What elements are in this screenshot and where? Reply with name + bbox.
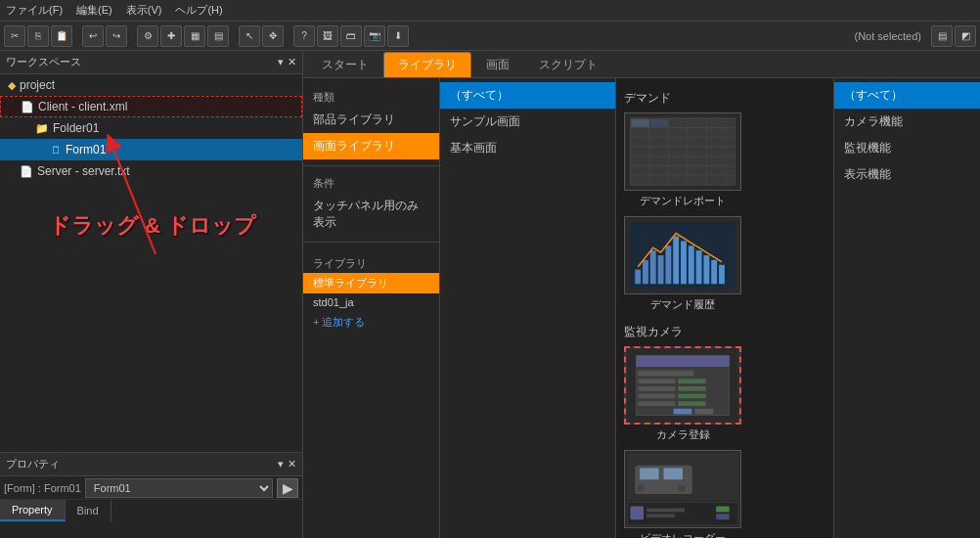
workspace-header: ワークスペース ▾ ✕ <box>0 51 302 74</box>
svg-rect-55 <box>646 514 675 517</box>
svg-rect-19 <box>635 270 641 285</box>
items-panel: デマンド <box>616 78 833 538</box>
tb-cursor[interactable]: ↖ <box>239 25 260 47</box>
svg-rect-24 <box>673 237 679 285</box>
rf-monitor[interactable]: 監視機能 <box>834 135 980 161</box>
menu-help[interactable]: ヘルプ(H) <box>175 3 222 18</box>
right-panel: スタート ライブラリ 画面 スクリプト 種類 部品ライブラリ 画面ライブラリ 条… <box>303 51 980 538</box>
svg-rect-43 <box>674 409 692 415</box>
cat-lib-std01[interactable]: std01_ja <box>303 293 439 311</box>
tb-copy[interactable]: ⎘ <box>27 25 49 47</box>
workspace-pin[interactable]: ▾ ✕ <box>278 56 296 68</box>
property-tab-bind[interactable]: Bind <box>66 500 111 521</box>
menubar: ファイル(F) 編集(E) 表示(V) ヘルプ(H) <box>0 0 980 22</box>
filter-sample[interactable]: サンプル画面 <box>440 109 615 135</box>
svg-rect-26 <box>689 246 694 284</box>
surveillance-grid: カメラ登録 <box>624 346 825 538</box>
tab-script[interactable]: スクリプト <box>524 52 612 77</box>
menu-view[interactable]: 表示(V) <box>126 3 162 18</box>
filter-basic[interactable]: 基本画面 <box>440 135 615 161</box>
lib-card-video-recorder[interactable]: ビデオレコーダー <box>624 450 741 538</box>
tb-db[interactable]: 🗃 <box>340 25 362 47</box>
property-go-btn[interactable]: ▶ <box>277 478 298 498</box>
tb-dl[interactable]: ⬇ <box>387 25 409 47</box>
tb-move[interactable]: ✥ <box>262 25 284 47</box>
property-tabs: Property Bind <box>0 500 302 521</box>
tab-bar: スタート ライブラリ 画面 スクリプト <box>303 51 980 78</box>
folder-icon: 📁 <box>35 122 49 135</box>
tree-item-server[interactable]: 📄 Server - server.txt <box>0 160 302 182</box>
svg-rect-27 <box>696 250 702 284</box>
cat-screen-lib[interactable]: 画面ライブラリ <box>303 133 439 159</box>
tab-start[interactable]: スタート <box>307 52 383 77</box>
category-panel: 種類 部品ライブラリ 画面ライブラリ 条件 タッチパネル用のみ表示 ライブラリ … <box>303 78 440 538</box>
tab-library[interactable]: ライブラリ <box>383 52 471 77</box>
tb-grid1[interactable]: ▦ <box>184 25 205 47</box>
filter-all[interactable]: （すべて） <box>440 82 615 109</box>
rf-display[interactable]: 表示機能 <box>834 161 980 188</box>
cat-add-link[interactable]: + 追加する <box>303 311 439 334</box>
lib-card-demand-report[interactable]: デマンドレポート <box>624 112 741 208</box>
close-icon[interactable]: ✕ <box>288 56 296 68</box>
svg-rect-15 <box>631 119 649 127</box>
svg-rect-56 <box>716 507 730 513</box>
pin-icon[interactable]: ▾ <box>278 56 284 68</box>
tree-item-project[interactable]: ◆ project <box>0 74 302 96</box>
svg-rect-33 <box>637 356 730 367</box>
cat-lib-standard[interactable]: 標準ライブラリ <box>303 273 439 293</box>
svg-rect-36 <box>678 379 706 383</box>
lib-card-demand-history[interactable]: デマンド履歴 <box>624 216 741 312</box>
tb-undo[interactable]: ↩ <box>82 25 104 47</box>
tree-label-client: Client - client.xml <box>38 100 127 113</box>
tab-screen[interactable]: 画面 <box>471 52 524 77</box>
section-demand: デマンド <box>624 90 825 107</box>
svg-rect-50 <box>637 484 645 492</box>
tb-r1[interactable]: ▤ <box>931 25 953 47</box>
tb-settings[interactable]: ⚙ <box>137 25 158 47</box>
rf-camera[interactable]: カメラ機能 <box>834 109 980 135</box>
workspace-title: ワークスペース <box>6 55 81 69</box>
menu-file[interactable]: ファイル(F) <box>6 3 63 18</box>
property-pin-icon[interactable]: ▾ <box>278 458 284 471</box>
form-icon: 🗒 <box>51 144 62 156</box>
tb-paste[interactable]: 📋 <box>51 25 72 47</box>
section-surveillance: 監視カメラ <box>624 324 825 340</box>
tb-image[interactable]: 🖼 <box>317 25 338 47</box>
demand-report-label: デマンドレポート <box>624 194 741 208</box>
cat-cond-label: 条件 <box>303 172 439 193</box>
tree-label-project: project <box>20 78 55 92</box>
tb-cut[interactable]: ✂ <box>4 25 25 47</box>
cat-cond-touch[interactable]: タッチパネル用のみ表示 <box>303 193 439 236</box>
tree-item-folder[interactable]: 📁 Folder01 <box>0 117 302 139</box>
tb-redo[interactable]: ↪ <box>106 25 127 47</box>
property-close-icon[interactable]: ✕ <box>288 458 296 471</box>
svg-rect-53 <box>630 507 644 520</box>
form-label: [Form] : Form01 <box>4 482 81 494</box>
svg-rect-44 <box>694 409 713 415</box>
drag-drop-label: ドラッグ & ドロップ <box>49 211 256 241</box>
cat-parts-lib[interactable]: 部品ライブラリ <box>303 107 439 133</box>
rf-all[interactable]: （すべて） <box>834 82 980 109</box>
camera-reg-thumb <box>624 346 741 425</box>
tb-r2[interactable]: ◩ <box>955 25 976 47</box>
client-icon: 📄 <box>21 101 34 113</box>
svg-rect-16 <box>650 119 669 127</box>
svg-rect-20 <box>643 260 648 284</box>
property-form-select[interactable]: Form01 <box>85 478 273 498</box>
property-panel: プロパティ ▾ ✕ [Form] : Form01 Form01 ▶ Prope… <box>0 452 302 538</box>
tb-grid2[interactable]: ▤ <box>207 25 229 47</box>
tree-item-form[interactable]: 🗒 Form01 <box>0 139 302 160</box>
demand-grid: デマンドレポート <box>624 112 825 312</box>
property-tab-property[interactable]: Property <box>0 500 66 521</box>
svg-rect-28 <box>703 255 709 284</box>
lib-content: 種類 部品ライブラリ 画面ライブラリ 条件 タッチパネル用のみ表示 ライブラリ … <box>303 78 980 538</box>
tree-item-client[interactable]: 📄 Client - client.xml <box>0 96 302 117</box>
menu-edit[interactable]: 編集(E) <box>76 3 112 18</box>
lib-card-camera-reg[interactable]: カメラ登録 <box>624 346 741 442</box>
tb-add[interactable]: ✚ <box>160 25 182 47</box>
tb-cam[interactable]: 📷 <box>364 25 385 47</box>
tree-area: ◆ project 📄 Client - client.xml 📁 Folder… <box>0 74 302 452</box>
svg-rect-38 <box>678 386 706 391</box>
svg-rect-30 <box>719 265 725 285</box>
tb-help[interactable]: ? <box>293 25 315 47</box>
